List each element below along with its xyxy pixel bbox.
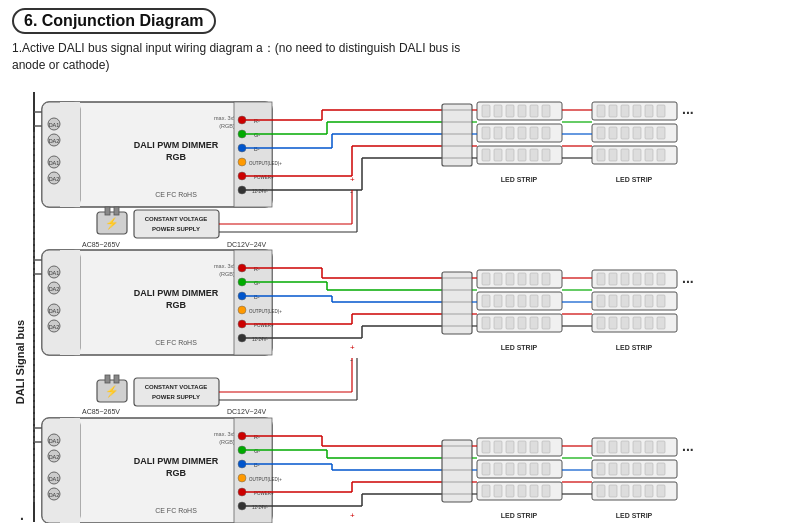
svg-rect-311 (530, 485, 538, 497)
svg-rect-328 (597, 463, 605, 475)
svg-rect-181 (482, 295, 490, 307)
svg-rect-82 (597, 105, 605, 117)
svg-rect-56 (494, 105, 502, 117)
svg-text:LED STRIP: LED STRIP (501, 512, 538, 519)
svg-text:⚡: ⚡ (105, 216, 119, 230)
svg-text:OUTPUT(LED)+: OUTPUT(LED)+ (249, 477, 282, 482)
svg-rect-218 (645, 317, 653, 329)
svg-rect-322 (597, 441, 605, 453)
svg-rect-58 (518, 105, 526, 117)
svg-rect-325 (633, 441, 641, 453)
svg-rect-286 (442, 440, 472, 502)
svg-text:R-: R- (254, 434, 260, 440)
svg-text:CE FC RoHS: CE FC RoHS (155, 339, 197, 346)
svg-rect-230 (105, 375, 110, 383)
svg-rect-211 (633, 295, 641, 307)
svg-rect-110 (105, 207, 110, 215)
svg-text:B-: B- (254, 294, 260, 300)
svg-text:+: + (350, 343, 355, 352)
svg-rect-98 (645, 149, 653, 161)
svg-text:DA1: DA1 (49, 308, 60, 314)
svg-rect-87 (657, 105, 665, 117)
svg-text:DA2: DA2 (49, 492, 60, 498)
svg-rect-46 (442, 104, 472, 166)
svg-rect-83 (609, 105, 617, 117)
svg-rect-207 (657, 273, 665, 285)
svg-rect-210 (621, 295, 629, 307)
svg-text:LED STRIP: LED STRIP (616, 344, 653, 351)
svg-rect-302 (494, 463, 502, 475)
svg-rect-71 (530, 149, 538, 161)
svg-rect-190 (518, 317, 526, 329)
svg-text:RGB: RGB (166, 152, 187, 162)
svg-rect-336 (621, 485, 629, 497)
svg-text:DALI PWM DIMMER: DALI PWM DIMMER (134, 140, 219, 150)
svg-rect-309 (506, 485, 514, 497)
svg-text:G-: G- (254, 132, 260, 138)
svg-text:(RGB): (RGB) (219, 439, 235, 445)
svg-rect-111 (114, 207, 119, 215)
svg-rect-186 (542, 295, 550, 307)
svg-text:DA2: DA2 (49, 176, 60, 182)
subtitle-line1: 1.Active DALI bus signal input wiring di… (12, 41, 460, 55)
svg-rect-298 (518, 441, 526, 453)
svg-rect-187 (482, 317, 490, 329)
svg-text:RGB: RGB (166, 300, 187, 310)
svg-rect-192 (542, 317, 550, 329)
svg-text:+: + (350, 511, 355, 520)
dali-label: DALI Signal bus (14, 319, 26, 403)
svg-rect-231 (114, 375, 119, 383)
svg-rect-179 (530, 273, 538, 285)
svg-rect-99 (657, 149, 665, 161)
svg-rect-89 (609, 127, 617, 139)
svg-text:DA1: DA1 (49, 122, 60, 128)
svg-text:···: ··· (682, 105, 694, 121)
svg-text:DA1: DA1 (49, 438, 60, 444)
svg-text:DA2: DA2 (49, 138, 60, 144)
svg-text:+: + (350, 175, 355, 184)
svg-text:CONSTANT VOLTAGE: CONSTANT VOLTAGE (145, 384, 208, 390)
svg-rect-337 (633, 485, 641, 497)
svg-rect-114 (134, 210, 219, 238)
svg-rect-72 (542, 149, 550, 161)
svg-rect-307 (482, 485, 490, 497)
svg-rect-124 (60, 250, 80, 355)
svg-text:LED STRIP: LED STRIP (616, 512, 653, 519)
svg-rect-305 (530, 463, 538, 475)
svg-rect-4 (60, 102, 80, 207)
svg-text:DA1: DA1 (49, 160, 60, 166)
svg-rect-182 (494, 295, 502, 307)
svg-text:-: - (350, 187, 353, 196)
svg-rect-205 (633, 273, 641, 285)
svg-rect-86 (645, 105, 653, 117)
svg-text:R-: R- (254, 118, 260, 124)
svg-rect-306 (542, 463, 550, 475)
svg-rect-329 (609, 463, 617, 475)
svg-rect-175 (482, 273, 490, 285)
svg-text:POWER SUPPLY: POWER SUPPLY (152, 226, 200, 232)
svg-rect-310 (518, 485, 526, 497)
svg-rect-166 (442, 272, 472, 334)
svg-rect-203 (609, 273, 617, 285)
svg-rect-63 (506, 127, 514, 139)
svg-rect-69 (506, 149, 514, 161)
svg-rect-333 (657, 463, 665, 475)
svg-rect-91 (633, 127, 641, 139)
svg-text:(RGB): (RGB) (219, 271, 235, 277)
svg-rect-334 (597, 485, 605, 497)
section-title: 6. Conjunction Diagram (12, 8, 216, 34)
svg-rect-219 (657, 317, 665, 329)
svg-text:DC12V~24V: DC12V~24V (227, 241, 266, 248)
svg-rect-93 (657, 127, 665, 139)
svg-text:LED STRIP: LED STRIP (501, 344, 538, 351)
svg-text:DA2: DA2 (49, 286, 60, 292)
svg-rect-97 (633, 149, 641, 161)
svg-rect-92 (645, 127, 653, 139)
svg-text:POWER SUPPLY: POWER SUPPLY (152, 394, 200, 400)
svg-text:OUTPUT(LED)+: OUTPUT(LED)+ (249, 161, 282, 166)
svg-rect-296 (494, 441, 502, 453)
svg-rect-66 (542, 127, 550, 139)
svg-rect-68 (494, 149, 502, 161)
svg-text:CONSTANT VOLTAGE: CONSTANT VOLTAGE (145, 216, 208, 222)
svg-rect-189 (506, 317, 514, 329)
